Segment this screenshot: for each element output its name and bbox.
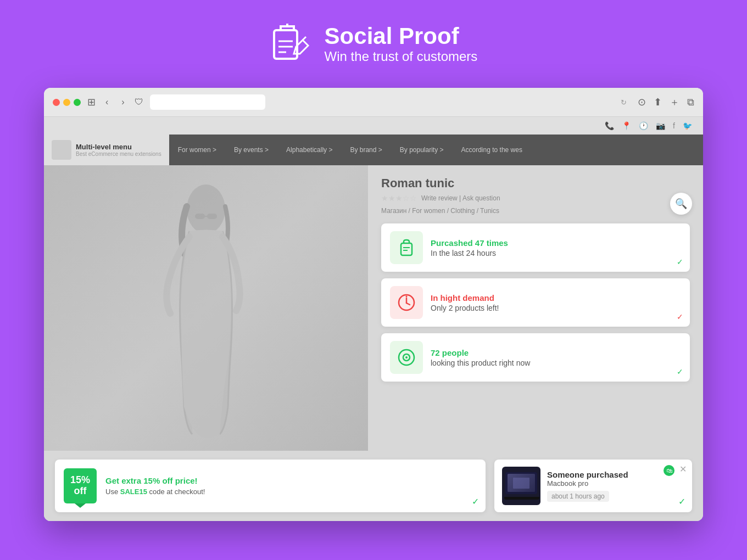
download-icon[interactable]: ⊙	[638, 96, 646, 108]
demand-card: In hight demand Only 2 products left! ✓	[381, 278, 690, 327]
notif-someone: Someone purchased	[547, 470, 628, 479]
discount-off: off	[69, 486, 91, 497]
viewing-card: 72 people looking this product right now…	[381, 333, 690, 382]
bottom-banners: 15% off Get extra 15% off price! Use SAL…	[44, 451, 703, 521]
instagram-icon[interactable]: 📷	[656, 121, 665, 130]
nav-item-according[interactable]: According to the wes	[453, 138, 531, 161]
site-nav: Multi-level menu Best eCommerce menu ext…	[44, 135, 703, 165]
product-image	[44, 165, 368, 451]
social-proof-cards: Purcashed 47 times In the last 24 hours …	[381, 223, 690, 382]
website-content: 📞 📍 🕐 📷 f 🐦 Multi-level menu Best eComme…	[44, 117, 703, 521]
location-icon: 📍	[622, 121, 631, 130]
notif-product: Macbook pro	[547, 479, 628, 488]
notif-check: ✓	[678, 496, 685, 507]
header-icon	[270, 22, 314, 66]
reload-icon[interactable]: ↻	[621, 98, 627, 107]
discount-title: Get extra 15% off price!	[105, 476, 205, 485]
close-button[interactable]	[53, 99, 60, 106]
svg-rect-7	[207, 214, 217, 219]
site-topbar: 📞 📍 🕐 📷 f 🐦	[44, 117, 703, 135]
browser-window: ⊞ ‹ › 🛡 ↻ ⊙ ⬆ ＋ ⧉ 📞 📍 🕐 📷 f 🐦	[44, 88, 703, 521]
discount-percent: 15%	[69, 475, 91, 486]
purchased-title: Purcashed 47 times	[431, 238, 681, 248]
notif-bag-icon-wrap: 🛍	[664, 465, 674, 476]
nav-item-alpha[interactable]: Alphabetically >	[277, 138, 341, 161]
discount-content: Get extra 15% off price! Use SALE15 code…	[105, 476, 205, 496]
nav-item-events[interactable]: By events >	[225, 138, 277, 161]
nav-items: For women > By events > Alphabetically >…	[169, 138, 703, 161]
sale-code: SALE15	[120, 488, 147, 496]
svg-line-14	[406, 303, 410, 305]
notif-content: Someone purchased Macbook pro about 1 ho…	[547, 470, 628, 502]
facebook-icon[interactable]: f	[673, 121, 675, 130]
viewing-content: 72 people looking this product right now	[431, 348, 681, 367]
address-bar[interactable]	[150, 94, 265, 110]
discount-desc: Use SALE15 code at checkout!	[105, 488, 205, 496]
sidebar-toggle-icon[interactable]: ⊞	[87, 96, 96, 108]
viewing-desc: looking this product right now	[431, 359, 681, 367]
header-subtitle: Win the trust of customers	[325, 49, 478, 64]
phone-icon: 📞	[605, 121, 614, 130]
discount-desc-suffix: code at checkout!	[147, 488, 205, 496]
nav-logo[interactable]: Multi-level menu Best eCommerce menu ext…	[44, 135, 169, 165]
forward-button[interactable]: ›	[118, 96, 127, 108]
shield-icon: 🛡	[135, 97, 143, 107]
discount-banner: 15% off Get extra 15% off price! Use SAL…	[55, 460, 486, 512]
tabs-icon[interactable]: ⧉	[687, 97, 694, 108]
new-tab-icon[interactable]: ＋	[670, 96, 679, 109]
purchased-desc: In the last 24 hours	[431, 249, 681, 257]
product-title: Roman tunic	[381, 176, 690, 191]
demand-title: In hight demand	[431, 293, 681, 303]
rating-actions[interactable]: Write review | Ask question	[421, 194, 500, 202]
purchased-content: Purcashed 47 times In the last 24 hours	[431, 238, 681, 257]
svg-rect-9	[401, 243, 412, 255]
svg-point-18	[405, 356, 408, 359]
notif-bag-icon: 🛍	[664, 465, 674, 476]
page-header: Social Proof Win the trust of customers	[270, 22, 478, 66]
demand-content: In hight demand Only 2 products left!	[431, 293, 681, 312]
clock-icon: 🕐	[639, 121, 648, 130]
discount-check: ✓	[472, 496, 479, 507]
nav-logo-sub: Best eCommerce menu extensions	[76, 151, 161, 157]
notif-time: about 1 hours ago	[547, 491, 609, 502]
nav-logo-text: Multi-level menu	[76, 143, 161, 151]
site-main: 🔍 Roman tunic ★★★☆☆ Write review | Ask q…	[44, 165, 703, 451]
demand-icon-wrap	[390, 286, 423, 319]
demand-desc: Only 2 products left!	[431, 304, 681, 312]
nav-logo-image	[52, 140, 71, 160]
back-button[interactable]: ‹	[102, 96, 112, 108]
svg-line-4	[303, 37, 306, 40]
viewing-icon-wrap	[390, 341, 423, 374]
discount-desc-prefix: Use	[105, 488, 120, 496]
demand-check: ✓	[677, 312, 683, 321]
discount-badge: 15% off	[64, 468, 97, 503]
address-bar-wrap: ↻	[150, 94, 631, 110]
breadcrumb: Магазин / For women / Clothing / Tunics	[381, 207, 690, 215]
browser-actions: ⊙ ⬆ ＋ ⧉	[638, 96, 694, 109]
nav-item-women[interactable]: For women >	[169, 138, 225, 161]
svg-point-15	[406, 296, 408, 298]
svg-point-5	[187, 184, 225, 234]
nav-item-popularity[interactable]: By popularity >	[391, 138, 453, 161]
header-title: Social Proof	[325, 24, 478, 49]
purchased-icon-wrap	[390, 231, 423, 264]
star-icons: ★★★☆☆	[381, 194, 417, 203]
traffic-lights	[53, 99, 81, 106]
minimize-button[interactable]	[63, 99, 70, 106]
purchase-notification: 🛍 Someone purchased Macbook pro about 1 …	[494, 460, 692, 512]
browser-chrome: ⊞ ‹ › 🛡 ↻ ⊙ ⬆ ＋ ⧉	[44, 88, 703, 117]
maximize-button[interactable]	[74, 99, 81, 106]
svg-rect-6	[195, 214, 205, 219]
product-image-area	[44, 165, 368, 451]
twitter-icon[interactable]: 🐦	[683, 121, 692, 130]
notif-product-image	[502, 467, 540, 505]
product-rating: ★★★☆☆ Write review | Ask question	[381, 194, 690, 203]
nav-item-brand[interactable]: By brand >	[341, 138, 391, 161]
purchased-check: ✓	[677, 257, 683, 266]
header-text: Social Proof Win the trust of customers	[325, 24, 478, 64]
share-icon[interactable]: ⬆	[654, 96, 662, 108]
viewing-title: 72 people	[431, 348, 681, 357]
search-button[interactable]: 🔍	[670, 193, 692, 215]
notif-close-button[interactable]: ✕	[679, 464, 687, 474]
viewing-check: ✓	[677, 367, 683, 376]
